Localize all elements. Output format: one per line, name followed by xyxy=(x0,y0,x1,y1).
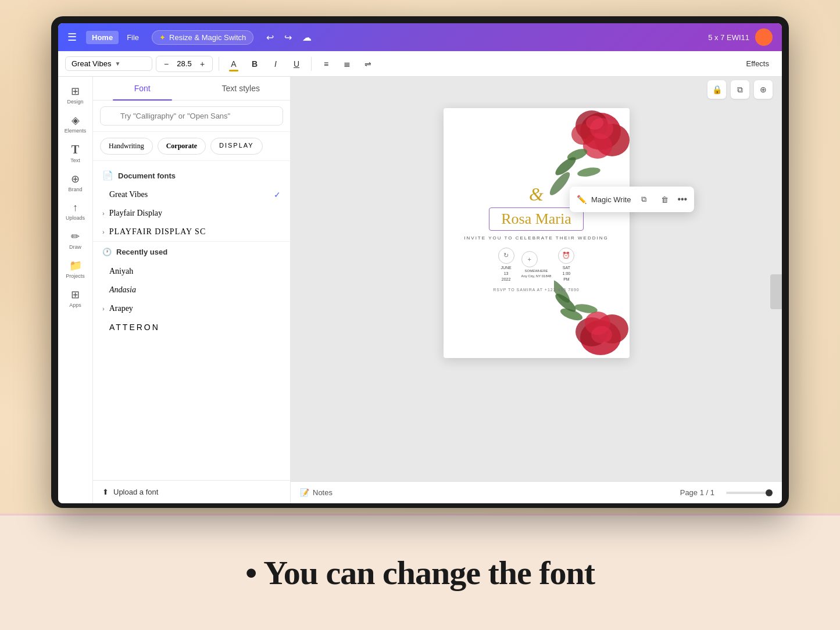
align-list-button[interactable]: ≣ xyxy=(338,55,356,73)
recently-used-clock-icon: 🕐 xyxy=(102,248,112,256)
canvas-size-label: 5 x 7 EWI11 xyxy=(708,33,749,42)
sidebar-item-brand[interactable]: ⊕ Brand xyxy=(60,169,91,196)
font-item-atteron[interactable]: ATTERON xyxy=(93,318,290,337)
tab-font[interactable]: Font xyxy=(93,77,192,100)
elements-icon: ◈ xyxy=(72,114,80,127)
design-card[interactable]: & Rosa Maria INVITE YOU TO CELEBRATE THE… xyxy=(444,108,630,358)
magic-write-delete-button[interactable]: 🗑 xyxy=(656,191,673,207)
chip-display[interactable]: DISPLAY xyxy=(210,138,263,155)
canvas-main[interactable]: & Rosa Maria INVITE YOU TO CELEBRATE THE… xyxy=(291,102,782,481)
card-detail-date: ↻ JUNE132022 xyxy=(498,248,514,282)
font-item-arapey[interactable]: › Arapey xyxy=(93,299,290,318)
upload-font-button[interactable]: ⬆ Upload a font xyxy=(93,480,290,503)
sidebar-item-uploads[interactable]: ↑ Uploads xyxy=(60,198,91,224)
main-content: ⊞ Design ◈ Elements T Text ⊕ Brand ↑ U xyxy=(58,77,782,503)
card-details-row: ↻ JUNE132022 + SOMEWHEREAny City, NY 018… xyxy=(498,248,575,282)
card-rsvp: RSVP TO SAMIRA AT +123 456 7890 xyxy=(493,288,579,292)
zoom-slider[interactable] xyxy=(726,492,773,494)
design-icon: ⊞ xyxy=(71,85,80,98)
magic-write-copy-button[interactable]: ⧉ xyxy=(635,191,652,207)
color-indicator xyxy=(229,70,238,71)
font-item-andasia[interactable]: Andasia xyxy=(93,281,290,299)
copy-button[interactable]: ⧉ xyxy=(731,80,749,99)
projects-icon: 📁 xyxy=(69,259,82,272)
font-name-display: Great Vibes xyxy=(72,59,111,68)
tab-text-styles[interactable]: Text styles xyxy=(192,77,291,100)
user-avatar[interactable] xyxy=(755,28,773,46)
font-item-playfair-sc[interactable]: › PLAYFAIR DISPLAY SC xyxy=(93,223,290,241)
resize-magic-switch-button[interactable]: ✦ Resize & Magic Switch xyxy=(152,30,253,45)
magic-write-more-button[interactable]: ••• xyxy=(677,194,687,205)
time-icon-circle: ⏰ xyxy=(558,248,574,264)
add-button[interactable]: ⊕ xyxy=(754,80,773,99)
font-item-great-vibes[interactable]: Great Vibes ✓ xyxy=(93,185,290,204)
draw-icon: ✏ xyxy=(71,230,80,243)
resize-magic-label: Resize & Magic Switch xyxy=(169,33,246,42)
uploads-icon: ↑ xyxy=(73,202,78,214)
canvas-right-edge-handle[interactable] xyxy=(770,274,782,309)
playfair-sc-expand-icon: › xyxy=(102,228,105,235)
notes-label: Notes xyxy=(313,488,333,497)
notes-icon: 📝 xyxy=(300,488,309,497)
nav-file[interactable]: File xyxy=(121,31,145,44)
font-tabs: Font Text styles xyxy=(93,77,290,101)
apps-label: Apps xyxy=(69,302,81,308)
arapey-label: Arapey xyxy=(109,304,133,313)
sidebar-item-apps[interactable]: ⊞ Apps xyxy=(60,285,91,312)
size-increase-button[interactable]: + xyxy=(196,58,209,70)
topbar: ☰ Home File ✦ Resize & Magic Switch ↩ ↪ … xyxy=(58,23,782,51)
canvas-area: 🔒 ⧉ ⊕ xyxy=(291,77,782,503)
font-color-button[interactable]: A xyxy=(225,55,242,73)
font-selector[interactable]: Great Vibes ▼ xyxy=(65,56,152,71)
notes-button[interactable]: 📝 Notes xyxy=(300,488,333,497)
bold-button[interactable]: B xyxy=(246,55,263,73)
brand-label: Brand xyxy=(68,187,82,192)
sidebar-item-draw[interactable]: ✏ Draw xyxy=(60,227,91,253)
bullet-point: • xyxy=(245,554,256,592)
aniyah-label: Aniyah xyxy=(109,267,281,276)
font-dropdown-chevron: ▼ xyxy=(115,60,120,67)
font-item-aniyah[interactable]: Aniyah xyxy=(93,262,290,281)
page-indicator: Page 1 / 1 xyxy=(680,488,714,497)
sidebar-item-design[interactable]: ⊞ Design xyxy=(60,81,91,108)
underline-button[interactable]: U xyxy=(288,55,305,73)
redo-button[interactable]: ↪ xyxy=(281,30,295,45)
undo-button[interactable]: ↩ xyxy=(263,30,277,45)
magic-write-label[interactable]: Magic Write xyxy=(591,195,631,204)
card-name: Rosa Maria xyxy=(501,210,571,228)
chip-corporate[interactable]: Corporate xyxy=(158,138,206,155)
arapey-expand-icon: › xyxy=(102,305,105,312)
topbar-nav: Home File xyxy=(86,31,145,44)
sidebar-item-elements[interactable]: ◈ Elements xyxy=(60,110,91,137)
font-search-input[interactable] xyxy=(100,106,283,126)
menu-icon[interactable]: ☰ xyxy=(67,31,77,44)
document-fonts-header: 📄 Document fonts xyxy=(93,166,290,185)
card-detail-location: + SOMEWHEREAny City, NY 01848 xyxy=(521,251,552,278)
card-content: & Rosa Maria INVITE YOU TO CELEBRATE THE… xyxy=(444,108,630,358)
card-name-box[interactable]: Rosa Maria xyxy=(489,207,584,231)
elements-label: Elements xyxy=(65,128,87,134)
location-icon-circle: + xyxy=(521,251,538,267)
magic-write-popup: ✏️ Magic Write ⧉ 🗑 ••• xyxy=(570,187,694,212)
italic-button[interactable]: I xyxy=(267,55,284,73)
font-search-area: 🔍 xyxy=(93,101,290,132)
align-left-button[interactable]: ≡ xyxy=(317,55,335,73)
align-list2-button[interactable]: ⇌ xyxy=(359,55,377,73)
great-vibes-check: ✓ xyxy=(274,190,281,199)
effects-button[interactable]: Effects xyxy=(740,57,775,70)
lock-button[interactable]: 🔒 xyxy=(707,80,726,99)
projects-label: Projects xyxy=(66,273,85,279)
upload-font-label: Upload a font xyxy=(113,488,158,496)
recently-used-label: Recently used xyxy=(116,248,167,256)
sidebar-item-text[interactable]: T Text xyxy=(60,139,91,167)
chip-handwriting[interactable]: Handwriting xyxy=(100,138,153,155)
sidebar-item-projects[interactable]: 📁 Projects xyxy=(60,256,91,282)
nav-home[interactable]: Home xyxy=(86,31,119,44)
font-style-chips: Handwriting Corporate DISPLAY xyxy=(93,132,290,161)
bottom-bar: 📝 Notes Page 1 / 1 xyxy=(291,481,782,503)
cloud-save-button[interactable]: ☁ xyxy=(299,30,315,45)
card-ampersand: & xyxy=(529,184,544,205)
size-decrease-button[interactable]: − xyxy=(160,58,173,70)
font-item-playfair[interactable]: › Playfair Display xyxy=(93,204,290,223)
atteron-label: ATTERON xyxy=(109,323,281,332)
